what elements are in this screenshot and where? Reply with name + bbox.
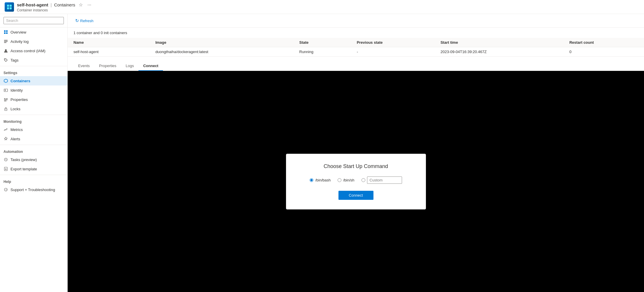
svg-rect-9 (4, 41, 8, 42)
help-section-label: Help (0, 176, 67, 185)
main-layout: Overview Activity log Access control (IA… (0, 14, 644, 292)
cell-image: duongthaiha/dockeragent:latest (150, 47, 294, 57)
svg-rect-10 (4, 42, 6, 43)
nav-export-template[interactable]: Export template (0, 164, 67, 174)
containers-label: Containers (10, 79, 30, 83)
search-wrap (3, 17, 64, 24)
startup-command-dialog: Choose Start Up Command /bin/bash /bin/s… (286, 154, 426, 209)
svg-point-15 (5, 89, 6, 90)
nav-access-control[interactable]: Access control (IAM) (0, 46, 67, 55)
nav-overview[interactable]: Overview (0, 27, 67, 37)
svg-rect-0 (7, 5, 9, 7)
resource-sub-type: Container instances (17, 8, 92, 12)
metrics-label: Metrics (10, 127, 23, 132)
support-icon: ? (3, 187, 8, 192)
support-label: Support + Troubleshooting (10, 188, 55, 192)
tab-events[interactable]: Events (73, 61, 94, 71)
properties-label: Properties (10, 97, 28, 102)
settings-section-label: Settings (0, 67, 67, 76)
nav-metrics[interactable]: Metrics (0, 125, 67, 134)
tags-icon (3, 58, 8, 62)
label-bin-bash: /bin/bash (315, 178, 331, 182)
col-restart-count: Restart count (564, 38, 644, 47)
radio-bin-bash[interactable] (310, 178, 313, 182)
nav-containers[interactable]: Containers (0, 76, 67, 85)
svg-rect-16 (4, 98, 6, 99)
divider-help (0, 175, 67, 175)
nav-properties[interactable]: Properties (0, 95, 67, 104)
automation-section-label: Automation (0, 146, 67, 155)
nav-tasks[interactable]: Tasks (preview) (0, 155, 67, 164)
col-image: Image (150, 38, 294, 47)
app-icon (5, 2, 14, 12)
svg-rect-6 (4, 32, 6, 34)
svg-text:?: ? (6, 188, 7, 191)
access-control-label: Access control (IAM) (10, 49, 45, 53)
locks-icon (3, 106, 8, 111)
connect-button[interactable]: Connect (338, 191, 373, 200)
alerts-label: Alerts (10, 137, 20, 141)
cell-start-time: 2023-09-04T16:39:20.467Z (435, 47, 564, 57)
export-icon (3, 167, 8, 171)
dialog-title: Choose Start Up Command (324, 163, 388, 169)
svg-rect-5 (6, 30, 8, 32)
radio-bin-sh[interactable] (338, 178, 341, 182)
nav-identity[interactable]: Identity (0, 85, 67, 95)
tab-properties[interactable]: Properties (94, 61, 121, 71)
tab-connect[interactable]: Connect (138, 61, 163, 71)
option-bin-bash[interactable]: /bin/bash (310, 178, 331, 182)
refresh-button[interactable]: ↻ Refresh (73, 17, 95, 25)
option-bin-sh[interactable]: /bin/sh (338, 178, 354, 182)
access-control-icon (3, 48, 8, 53)
more-options-button[interactable]: ··· (86, 2, 92, 8)
tasks-label: Tasks (preview) (10, 158, 37, 162)
toolbar: ↻ Refresh (68, 14, 644, 28)
tab-logs[interactable]: Logs (121, 61, 138, 71)
cell-name: self-host-agent (68, 47, 150, 57)
resource-name: self-host-agent (17, 2, 48, 7)
header-separator: | (51, 2, 52, 7)
activity-log-icon (3, 39, 8, 44)
nav-activity-log[interactable]: Activity log (0, 37, 67, 46)
label-bin-sh: /bin/sh (343, 178, 354, 182)
svg-rect-18 (4, 99, 8, 100)
sidebar-search-area (0, 14, 67, 27)
nav-tags[interactable]: Tags (0, 55, 67, 65)
nav-locks[interactable]: Locks (0, 104, 67, 113)
locks-label: Locks (10, 107, 20, 111)
option-custom[interactable] (362, 176, 402, 184)
svg-rect-8 (4, 40, 8, 41)
nav-alerts[interactable]: Alerts (0, 134, 67, 144)
alerts-icon (3, 137, 8, 141)
divider-settings (0, 66, 67, 66)
table-row[interactable]: self-host-agent duongthaiha/dockeragent:… (68, 47, 644, 57)
overview-icon (3, 30, 8, 34)
divider-monitoring (0, 115, 67, 115)
monitoring-section-label: Monitoring (0, 116, 67, 125)
metrics-icon (3, 127, 8, 132)
favorite-button[interactable]: ☆ (78, 1, 84, 8)
col-name: Name (68, 38, 150, 47)
cell-previous-state: - (351, 47, 435, 57)
svg-rect-14 (4, 89, 8, 92)
radio-custom[interactable] (362, 178, 365, 182)
svg-rect-3 (10, 7, 12, 9)
refresh-icon: ↻ (75, 18, 79, 23)
tags-label: Tags (10, 58, 18, 62)
summary-text: 1 container and 0 init containers (68, 28, 644, 38)
main-content: ↻ Refresh 1 container and 0 init contain… (68, 14, 644, 292)
svg-rect-2 (7, 7, 9, 9)
svg-point-21 (6, 109, 6, 110)
nav-support[interactable]: ? Support + Troubleshooting (0, 185, 67, 194)
containers-table: Name Image State Previous state Start ti… (68, 38, 644, 57)
overview-label: Overview (10, 30, 26, 34)
col-start-time: Start time (435, 38, 564, 47)
identity-icon (3, 88, 8, 92)
search-input[interactable] (3, 17, 64, 24)
custom-command-input[interactable] (367, 176, 402, 184)
activity-log-label: Activity log (10, 39, 29, 44)
cell-restart-count: 0 (564, 47, 644, 57)
terminal-area: Choose Start Up Command /bin/bash /bin/s… (68, 71, 644, 292)
resource-type: Containers (54, 2, 75, 7)
svg-rect-4 (4, 30, 6, 32)
